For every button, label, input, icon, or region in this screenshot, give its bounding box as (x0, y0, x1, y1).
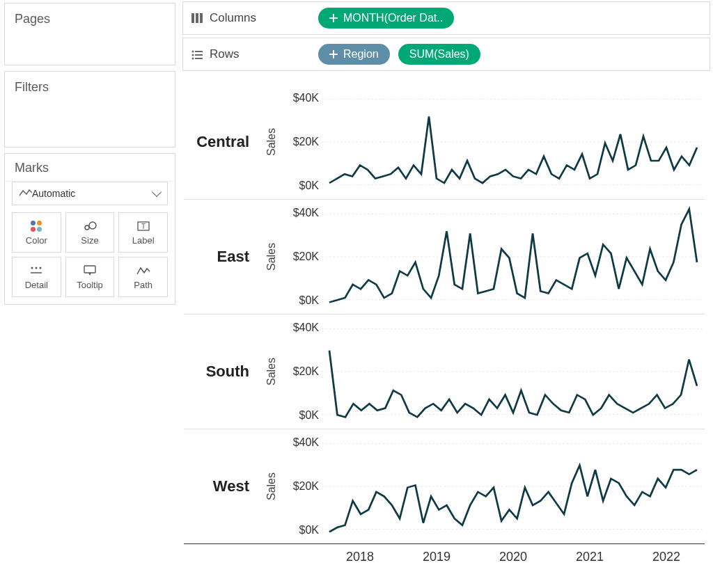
chevron-down-icon (152, 187, 162, 197)
y-ticks: $40K$20K$0K (283, 200, 322, 314)
plus-icon (329, 50, 338, 58)
region-label: West (184, 429, 260, 543)
line-mark-icon (19, 188, 32, 199)
rows-pill-region[interactable]: Region (318, 44, 390, 65)
y-axis-label: Sales (260, 315, 283, 429)
line-chart[interactable] (322, 315, 705, 429)
svg-point-14 (192, 58, 194, 60)
filters-shelf[interactable]: Filters (4, 71, 175, 148)
columns-shelf[interactable]: Columns MONTH(Order Dat.. (182, 1, 710, 35)
svg-point-6 (40, 267, 42, 269)
rows-pill-sales[interactable]: SUM(Sales) (398, 44, 480, 65)
x-axis: 2018 2019 2020 2021 2022 (322, 544, 705, 564)
region-label: East (184, 200, 260, 314)
columns-icon (191, 13, 203, 23)
marks-color-button[interactable]: Color (12, 212, 61, 253)
plus-icon (329, 14, 338, 22)
y-axis-label: Sales (260, 85, 283, 199)
region-label: South (184, 315, 260, 429)
line-chart[interactable] (322, 200, 705, 314)
marks-size-button[interactable]: Size (65, 212, 115, 253)
pages-shelf[interactable]: Pages (4, 3, 175, 65)
pages-title: Pages (5, 3, 175, 35)
y-ticks: $40K$20K$0K (283, 315, 322, 429)
label-icon: T (136, 220, 151, 232)
filters-title: Filters (5, 72, 175, 103)
sidebar: Pages Filters Marks Automatic Color (0, 0, 180, 588)
svg-marker-9 (88, 273, 91, 276)
mark-type-label: Automatic (32, 188, 75, 199)
rows-shelf[interactable]: Rows Region SUM(Sales) (182, 38, 710, 71)
rows-icon (191, 49, 203, 59)
svg-point-1 (89, 222, 96, 229)
main-area: Columns MONTH(Order Dat.. Rows Region SU… (180, 0, 713, 588)
mark-type-dropdown[interactable]: Automatic (12, 182, 168, 205)
svg-rect-15 (195, 58, 203, 59)
path-icon (136, 264, 151, 277)
line-chart[interactable] (322, 429, 705, 543)
visualization-area: CentralSales$40K$20K$0KEastSales$40K$20K… (180, 72, 713, 588)
chart-row-west: WestSales$40K$20K$0K (184, 429, 705, 544)
svg-point-0 (85, 225, 89, 230)
y-axis-label: Sales (260, 200, 283, 314)
size-icon (82, 220, 97, 232)
marks-path-button[interactable]: Path (118, 257, 168, 297)
marks-tooltip-button[interactable]: Tooltip (65, 257, 115, 297)
marks-label-button[interactable]: T Label (118, 212, 168, 253)
chart-row-south: SouthSales$40K$20K$0K (184, 315, 705, 429)
svg-point-10 (192, 51, 194, 53)
marks-card: Marks Automatic Color Size (4, 153, 175, 305)
svg-rect-8 (84, 266, 95, 273)
line-chart[interactable] (322, 85, 705, 199)
y-ticks: $40K$20K$0K (283, 85, 322, 199)
svg-rect-13 (195, 54, 203, 56)
marks-detail-button[interactable]: Detail (12, 257, 61, 297)
y-ticks: $40K$20K$0K (283, 429, 322, 543)
svg-rect-11 (195, 51, 203, 52)
marks-title: Marks (5, 154, 175, 182)
detail-icon (29, 264, 44, 277)
columns-pill-month[interactable]: MONTH(Order Dat.. (318, 8, 454, 29)
svg-point-4 (31, 267, 33, 269)
chart-row-central: CentralSales$40K$20K$0K (184, 85, 705, 200)
chart-row-east: EastSales$40K$20K$0K (184, 200, 705, 315)
tooltip-icon (82, 264, 97, 277)
svg-text:T: T (141, 223, 146, 230)
svg-point-12 (192, 54, 194, 56)
region-label: Central (184, 85, 260, 199)
y-axis-label: Sales (260, 429, 283, 543)
color-icon (29, 220, 44, 232)
svg-point-5 (36, 267, 38, 269)
